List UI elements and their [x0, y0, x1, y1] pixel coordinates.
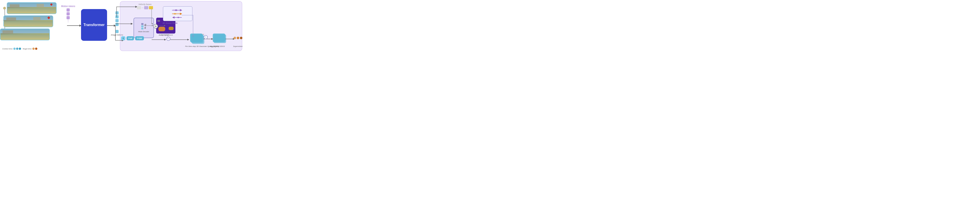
image-token-3: [115, 19, 119, 22]
transformer-label: Transformer: [84, 23, 105, 27]
target-dot-1: [32, 48, 35, 50]
mask-token-3: [141, 28, 143, 29]
flow-arrow-2: [172, 13, 184, 15]
timestep-t1: t+Δt: [127, 36, 134, 40]
timestep-t: t: [121, 36, 126, 40]
motion-tokens-label: Motion tokens: [61, 5, 75, 8]
flow-row-3: [172, 16, 184, 19]
vel-item-3: [149, 6, 153, 9]
motion-token-1: [67, 8, 70, 11]
aggregated-label: Aggregated 3DGS: [210, 45, 225, 47]
scene-flows-label: 3D Scene flows: [162, 22, 177, 24]
motion-tokens: Motion tokens ⋮: [61, 5, 75, 22]
flow-box: [163, 6, 192, 21]
velocity-bases-label: Velocity bases: [137, 3, 153, 5]
motion-token-dots: ⋮: [67, 20, 70, 22]
frame-top: [7, 2, 57, 14]
arrow-line-1: [67, 26, 80, 26]
super-dot-2: [237, 37, 239, 39]
svg-point-4: [173, 13, 177, 14]
mask-token-1: [141, 23, 143, 25]
svg-point-2: [175, 9, 177, 11]
super-dot-1: [234, 37, 236, 39]
architecture-diagram: t t+Δt t+2Δt: [0, 0, 245, 53]
velocity-bases: Velocity bases ···: [137, 3, 153, 9]
road-scene-bot: [0, 29, 49, 40]
legend: Context time: Target time:: [2, 48, 37, 50]
supervision-dots: [234, 37, 242, 39]
supervision-label: Supervision: [233, 45, 243, 47]
blob-3: [157, 20, 160, 22]
flow-row-2: [172, 13, 184, 15]
mask-token-col: [141, 23, 143, 29]
arrow-to-transformer: [67, 24, 81, 27]
target-dot-2: [35, 48, 37, 50]
blob-2: [169, 27, 173, 30]
vel-dots: ···: [142, 6, 143, 9]
frame-mid: [3, 15, 53, 27]
image-token-5: [115, 30, 119, 33]
mask-decoder-label: Mask Decoder: [138, 30, 149, 33]
mask-decoder-inner: qk: [141, 23, 146, 30]
motion-token-3: [67, 16, 70, 19]
image-token-1: [115, 11, 119, 14]
image-token-2: [115, 15, 119, 18]
agg-dgs-front: [213, 34, 225, 42]
flow-arrow-1: [172, 9, 184, 11]
qk-text: qk: [145, 23, 146, 30]
transformation-circle: ↻: [204, 35, 208, 39]
circle-arrow-transform: ↻: [204, 35, 208, 39]
vel-item-2: [144, 6, 148, 9]
target-label: Target time:: [22, 48, 32, 50]
timestep-row: t t+Δt t+2Δt: [121, 36, 144, 40]
image-token-4: [115, 23, 119, 26]
road-scene-top: [7, 3, 56, 14]
vel-item-1: [137, 6, 141, 9]
mask-token-2: [141, 26, 143, 27]
aggregation-label: Aggregation: [161, 34, 169, 35]
dgs-sq-3: [190, 34, 202, 42]
flow-arrow-3: [172, 16, 184, 19]
timestep-t2: t+2Δt: [135, 36, 144, 40]
velocity-items: ···: [137, 6, 153, 9]
mask-decoder: qk Mask Decoder: [134, 18, 154, 38]
motion-token-2: [67, 12, 70, 15]
road-scene-mid: [4, 16, 53, 27]
image-token-dots: ⋮: [116, 27, 118, 29]
aggregation-circle: ↻: [166, 37, 170, 41]
svg-point-1: [173, 10, 175, 11]
context-label: Context time:: [2, 48, 13, 50]
frame-bot: [0, 29, 50, 40]
circle-arrow-agg: ↻: [166, 37, 170, 41]
otimes-symbol: ⊗: [153, 24, 158, 29]
svg-point-6: [177, 17, 180, 18]
timeline-dot-t: [3, 7, 6, 10]
transformer-box: Transformer: [81, 9, 107, 41]
super-dot-3: [240, 37, 242, 39]
context-dot-1: [13, 48, 16, 50]
flow-row-1: [172, 9, 184, 11]
blob-1: [158, 27, 165, 31]
context-dot-3: [19, 48, 21, 50]
context-dot-2: [16, 48, 18, 50]
motion-token-column: ⋮: [61, 8, 75, 22]
